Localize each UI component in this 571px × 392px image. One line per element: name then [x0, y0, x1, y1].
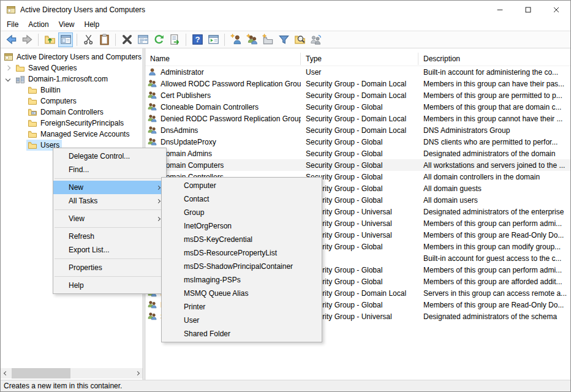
cell-description: Built-in account for administering the c…: [418, 68, 570, 77]
context-menu-item-delegate-control[interactable]: Delegate Control...: [53, 149, 166, 163]
context-menu-item-properties[interactable]: Properties: [53, 261, 166, 274]
expand-chevron-icon[interactable]: [6, 77, 10, 81]
svg-text:?: ?: [195, 35, 200, 44]
group-icon: [148, 79, 157, 88]
tree-item-domain-controllers[interactable]: Domain Controllers: [1, 107, 143, 118]
Cert Publishers[interactable]: Cert PublishersSecurity Group - Domain L…: [145, 89, 570, 101]
new-group-button[interactable]: [244, 32, 259, 47]
submenu-item-msds-shadowprincipalcontainer[interactable]: msDS-ShadowPrincipalContainer: [162, 260, 322, 273]
context-menu-item-separator: [55, 209, 165, 210]
back-button[interactable]: [4, 32, 18, 47]
show-console-tree-button[interactable]: [58, 32, 73, 47]
scroll-right-button[interactable]: [132, 368, 143, 379]
column-header-name[interactable]: Name: [145, 53, 301, 65]
context-menu-item-all-tasks[interactable]: All Tasks: [53, 194, 166, 208]
refresh-button[interactable]: [151, 32, 166, 47]
cell-description: All domain guests: [418, 184, 570, 193]
submenu-item-label: User: [184, 316, 199, 325]
menu-item-help[interactable]: Help: [80, 19, 105, 30]
up-one-level-button[interactable]: [42, 32, 57, 47]
scroll-left-icon: [4, 371, 8, 375]
close-button[interactable]: [542, 1, 570, 18]
filter-button[interactable]: [276, 32, 291, 47]
cell-type: Security Group - Global: [301, 161, 418, 170]
new-ou-button[interactable]: [260, 32, 275, 47]
export-list-button[interactable]: [167, 32, 182, 47]
cell-description: Members in this group cannot have their …: [418, 115, 570, 123]
scrollbar-thumb[interactable]: [12, 368, 70, 379]
menu-item-view[interactable]: View: [54, 19, 80, 30]
Domain Computers[interactable]: Domain ComputersSecurity Group - GlobalA…: [145, 159, 570, 171]
tree-item-computers[interactable]: Computers: [1, 96, 143, 107]
delete-button[interactable]: [119, 32, 134, 47]
submenu-item-printer[interactable]: Printer: [162, 300, 322, 314]
submenu-item-label: msDS-ResourcePropertyList: [184, 249, 277, 257]
object-name: Cert Publishers: [161, 91, 211, 100]
Cloneable Domain Controllers[interactable]: Cloneable Domain ControllersSecurity Gro…: [145, 101, 570, 113]
cell-type: Security Group - Global: [301, 103, 418, 111]
cut-button[interactable]: [81, 32, 96, 47]
menu-item-label: Action: [28, 20, 48, 29]
submenu-item-computer[interactable]: Computer: [162, 179, 322, 192]
menu-item-action[interactable]: Action: [23, 19, 53, 30]
expand-chevron-icon[interactable]: [6, 66, 10, 70]
minimize-button[interactable]: [486, 1, 514, 18]
tree-item-builtin[interactable]: Builtin: [1, 85, 143, 96]
column-header-label: Description: [423, 55, 460, 63]
Administrator[interactable]: AdministratorUserBuilt-in account for ad…: [145, 66, 570, 78]
folder-icon: [28, 140, 37, 150]
context-menu-item-export-list[interactable]: Export List...: [53, 243, 166, 257]
Domain Admins[interactable]: Domain AdminsSecurity Group - GlobalDesi…: [145, 148, 570, 159]
tree-item-saved-queries[interactable]: Saved Queries: [1, 62, 143, 74]
submenu-item-contact[interactable]: Contact: [162, 192, 322, 206]
submenu-item-msds-keycredential[interactable]: msDS-KeyCredential: [162, 233, 322, 246]
column-headers: NameTypeDescription: [145, 48, 570, 66]
tree-item-label: Managed Service Accounts: [40, 130, 129, 138]
cell-description: Members of this group are Read-Only Do..…: [418, 301, 570, 309]
tree-item-managed-service-accounts[interactable]: Managed Service Accounts: [1, 129, 143, 140]
find-button[interactable]: [292, 32, 307, 47]
column-header-type[interactable]: Type: [301, 53, 418, 65]
submenu-item-msds-resourcepropertylist[interactable]: msDS-ResourcePropertyList: [162, 246, 322, 260]
context-menu-item-help[interactable]: Help: [53, 279, 166, 292]
paste-button[interactable]: [97, 32, 112, 47]
submenu-item-group[interactable]: Group: [162, 206, 322, 219]
tree-item-domain-1-microsoft-com[interactable]: Domain-1.microsoft.com: [1, 74, 143, 85]
special-permissions-icon: [310, 34, 322, 45]
console-window-button[interactable]: [206, 32, 221, 47]
context-menu-item-new[interactable]: New: [53, 181, 166, 194]
special-permissions-button[interactable]: [308, 32, 323, 47]
new-user-button[interactable]: [229, 32, 243, 47]
tree-item-foreignsecurityprincipals[interactable]: ForeignSecurityPrincipals: [1, 118, 143, 129]
submenu-item-label: MSMQ Queue Alias: [184, 289, 248, 298]
folder-icon: [28, 96, 37, 106]
DnsAdmins[interactable]: DnsAdminsSecurity Group - Domain LocalDN…: [145, 124, 570, 136]
Allowed RODC Password Replication Group[interactable]: Allowed RODC Password Replication GroupS…: [145, 78, 570, 89]
context-menu-item-refresh[interactable]: Refresh: [53, 230, 166, 243]
scroll-left-button[interactable]: [1, 368, 11, 379]
submenu-item-inetorgperson[interactable]: InetOrgPerson: [162, 219, 322, 233]
clipboard-icon: [99, 34, 110, 45]
context-menu-item-find[interactable]: Find...: [53, 163, 166, 176]
menu-item-file[interactable]: File: [2, 19, 23, 30]
find-folder-icon: [294, 34, 306, 45]
up-folder-icon: [44, 34, 56, 45]
DnsUpdateProxy[interactable]: DnsUpdateProxySecurity Group - GlobalDNS…: [145, 136, 570, 148]
submenu-item-msmq-queue-alias[interactable]: MSMQ Queue Alias: [162, 287, 322, 300]
submenu-item-label: msDS-ShadowPrincipalContainer: [184, 262, 293, 271]
Denied RODC Password Replication Group[interactable]: Denied RODC Password Replication GroupSe…: [145, 113, 570, 124]
group-icon: [148, 91, 157, 100]
column-header-description[interactable]: Description: [418, 53, 570, 65]
tree-horizontal-scrollbar[interactable]: [1, 368, 143, 379]
context-menu-item-view[interactable]: View: [53, 212, 166, 225]
submenu-item-msimaging-psps[interactable]: msImaging-PSPs: [162, 273, 322, 287]
filter-funnel-icon: [278, 34, 290, 45]
forward-button[interactable]: [20, 32, 34, 47]
maximize-button[interactable]: [514, 1, 542, 18]
submenu-item-shared-folder[interactable]: Shared Folder: [162, 327, 322, 341]
help-button[interactable]: ?: [190, 32, 205, 47]
context-menu: Delegate Control...Find...NewAll TasksVi…: [53, 148, 167, 294]
submenu-item-user[interactable]: User: [162, 314, 322, 327]
properties-button[interactable]: [135, 32, 150, 47]
tree-item-active-directory-users-and-computers[interactable]: Active Directory Users and Computers [: [1, 51, 143, 62]
